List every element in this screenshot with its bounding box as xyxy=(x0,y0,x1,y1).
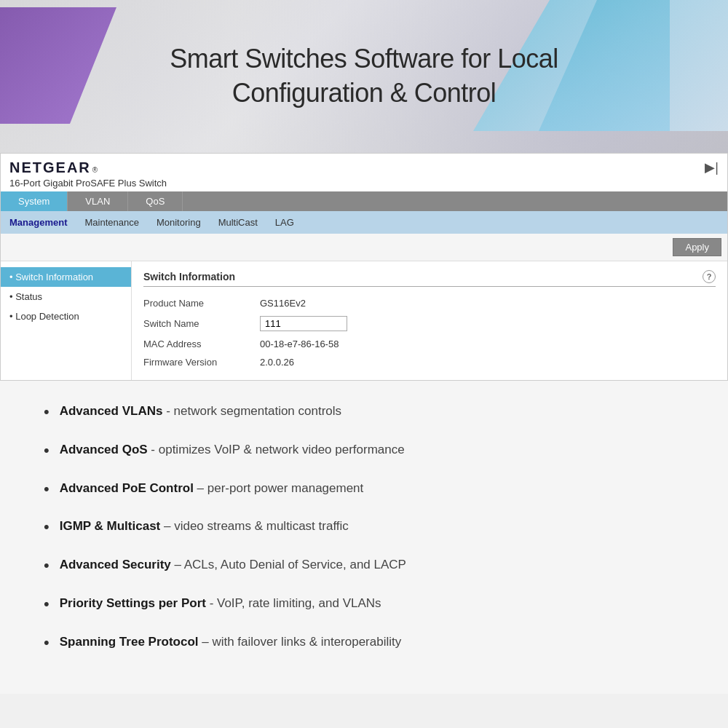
netgear-header: NETGEAR® 16-Port Gigabit ProSAFE Plus Sw… xyxy=(1,154,727,191)
sidebar-item-status[interactable]: Status xyxy=(1,287,131,306)
info-row-product-name: Product Name GS116Ev2 xyxy=(143,294,716,312)
info-table: Product Name GS116Ev2 Switch Name MAC Ad… xyxy=(143,294,716,371)
feature-bullet-1: • xyxy=(44,440,50,462)
netgear-logo: NETGEAR® xyxy=(9,159,167,176)
info-row-switch-name: Switch Name xyxy=(143,312,716,335)
decorative-shape-purple xyxy=(0,7,116,124)
feature-text-5: Priority Settings per Port - VoIP, rate … xyxy=(60,595,381,612)
nav-tab-qos[interactable]: QoS xyxy=(128,191,183,211)
nav-tab-spacer xyxy=(183,191,727,211)
apply-button[interactable]: Apply xyxy=(673,238,721,256)
logout-icon[interactable]: ▶| xyxy=(705,159,719,175)
left-sidebar: Switch Information Status Loop Detection xyxy=(1,261,132,380)
sub-nav-maintenance[interactable]: Maintenance xyxy=(76,214,147,231)
logo-reg: ® xyxy=(92,166,98,174)
nav-tab-system[interactable]: System xyxy=(1,191,68,211)
logo-text: NETGEAR xyxy=(9,159,91,176)
firmware-version-value: 2.0.0.26 xyxy=(260,357,294,368)
product-name-label: Product Name xyxy=(143,298,260,309)
sidebar-item-loop-detection[interactable]: Loop Detection xyxy=(1,306,131,326)
sub-nav-management[interactable]: Management xyxy=(1,214,76,231)
feature-bullet-5: • xyxy=(44,593,50,616)
feature-bullet-6: • xyxy=(44,632,50,654)
feature-bullet-2: • xyxy=(44,478,50,501)
device-name: 16-Port Gigabit ProSAFE Plus Switch xyxy=(9,178,167,189)
info-row-firmware-version: Firmware Version 2.0.0.26 xyxy=(143,353,716,371)
feature-text-6: Spanning Tree Protocol – with failover l… xyxy=(60,633,402,651)
sidebar-item-switch-information[interactable]: Switch Information xyxy=(1,267,131,287)
top-banner: Smart Switches Software for Local Config… xyxy=(0,0,728,153)
feature-text-0: Advanced VLANs - network segmentation co… xyxy=(60,403,341,420)
banner-title: Smart Switches Software for Local Config… xyxy=(170,42,558,111)
main-content: Switch Information ? Product Name GS116E… xyxy=(132,261,727,380)
mac-address-label: MAC Address xyxy=(143,339,260,349)
feature-item-5: •Priority Settings per Port - VoIP, rate… xyxy=(44,595,684,616)
help-icon[interactable]: ? xyxy=(703,270,716,283)
ui-screenshot-area: NETGEAR® 16-Port Gigabit ProSAFE Plus Sw… xyxy=(0,153,728,381)
switch-name-label: Switch Name xyxy=(143,318,260,329)
feature-item-6: •Spanning Tree Protocol – with failover … xyxy=(44,633,684,654)
content-area: Switch Information Status Loop Detection… xyxy=(1,261,727,380)
feature-item-0: •Advanced VLANs - network segmentation c… xyxy=(44,403,684,424)
sub-nav-multicast[interactable]: MultiCast xyxy=(210,214,266,231)
feature-item-3: •IGMP & Multicast – video streams & mult… xyxy=(44,518,684,539)
feature-item-4: •Advanced Security – ACLs, Auto Denial o… xyxy=(44,556,684,577)
feature-bullet-4: • xyxy=(44,555,50,577)
mac-address-value: 00-18-e7-86-16-58 xyxy=(260,339,339,349)
apply-row: Apply xyxy=(1,234,727,261)
sub-nav-lag[interactable]: LAG xyxy=(266,214,303,231)
firmware-version-label: Firmware Version xyxy=(143,357,260,368)
product-name-value: GS116Ev2 xyxy=(260,298,306,309)
nav-tabs: System VLAN QoS xyxy=(1,191,727,211)
feature-text-2: Advanced PoE Control – per-port power ma… xyxy=(60,480,364,497)
feature-text-3: IGMP & Multicast – video streams & multi… xyxy=(60,518,349,535)
sub-nav-monitoring[interactable]: Monitoring xyxy=(148,214,210,231)
feature-item-2: •Advanced PoE Control – per-port power m… xyxy=(44,480,684,501)
feature-text-4: Advanced Security – ACLs, Auto Denial of… xyxy=(60,556,406,574)
switch-name-input[interactable] xyxy=(260,316,347,331)
feature-bullet-0: • xyxy=(44,401,50,424)
section-title: Switch Information ? xyxy=(143,270,716,287)
nav-tab-vlan[interactable]: VLAN xyxy=(68,191,128,211)
feature-item-1: •Advanced QoS - optimizes VoIP & network… xyxy=(44,441,684,462)
feature-bullet-3: • xyxy=(44,516,50,539)
sub-nav: Management Maintenance Monitoring MultiC… xyxy=(1,211,727,234)
info-row-mac-address: MAC Address 00-18-e7-86-16-58 xyxy=(143,335,716,353)
feature-text-1: Advanced QoS - optimizes VoIP & network … xyxy=(60,441,405,459)
features-area: •Advanced VLANs - network segmentation c… xyxy=(0,381,728,694)
